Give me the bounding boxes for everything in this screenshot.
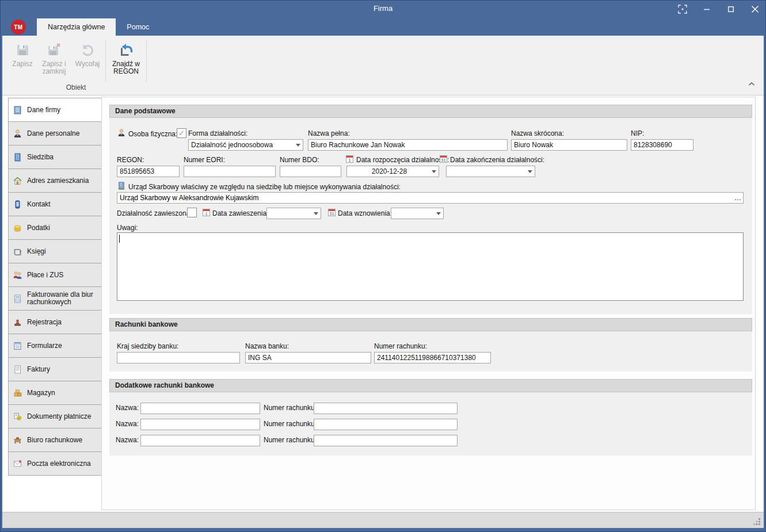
save-button[interactable]: Zapisz <box>8 39 37 83</box>
regon-label: REGON: <box>117 156 144 164</box>
fit-window-icon[interactable] <box>677 4 688 14</box>
nazwa-label: Nazwa: <box>116 436 139 444</box>
firma-window: Firma TM Narzędzia główne Pomoc <box>0 0 766 532</box>
coins-icon <box>13 223 22 233</box>
invoice-icon <box>13 294 22 304</box>
window-title: Firma <box>0 0 766 18</box>
sidebar-item-biuro-rachunkowe[interactable]: Biuro rachunkowe <box>8 428 102 452</box>
sidebar-item-adres-zamieszkania[interactable]: Adres zamieszkania <box>8 169 102 193</box>
kraj-siedziby-banku-label: Kraj siedziby banku: <box>117 342 178 350</box>
numer-eori-label: Numer EORI: <box>184 156 225 164</box>
sidebar-item-poczta-elektroniczna[interactable]: Poczta elektroniczna <box>8 451 102 476</box>
dzialalnosc-zawieszona-checkbox[interactable] <box>187 208 197 217</box>
person-icon <box>117 128 126 137</box>
save-and-close-button[interactable]: Zapisz i zamknij <box>37 39 71 83</box>
urzad-skarbowy-label: Urząd Skarbowy właściwy ze względu na si… <box>128 183 401 191</box>
ribbon-tab-row: TM Narzędzia główne Pomoc <box>0 18 766 36</box>
sidebar-item-rejestracja[interactable]: Rejestracja <box>8 310 102 334</box>
sidebar-item-podatki[interactable]: Podatki <box>8 216 102 240</box>
calendar-month-icon: 31 <box>328 209 336 216</box>
browse-button[interactable]: … <box>734 192 742 204</box>
numer-rachunku-label: Numer rachunku: <box>264 420 317 428</box>
nazwa-banku-input[interactable] <box>245 352 371 363</box>
nazwa-pelna-label: Nazwa pełna: <box>308 129 350 137</box>
regon-input[interactable] <box>117 166 180 177</box>
minimize-icon[interactable] <box>702 4 712 14</box>
find-in-regon-button[interactable]: Znajdź w REGON <box>108 39 144 83</box>
resize-grip[interactable] <box>753 518 761 525</box>
desk-icon <box>13 435 22 445</box>
data-wznowienia-select[interactable] <box>391 208 444 219</box>
home-icon <box>13 176 22 186</box>
kraj-siedziby-banku-input[interactable] <box>117 352 240 363</box>
mail-icon <box>13 459 22 469</box>
data-rozpoczecia-select[interactable]: 2020-12-28 <box>346 166 439 177</box>
nip-input[interactable] <box>631 139 693 151</box>
app-menu-button[interactable]: TM <box>11 20 26 35</box>
company-icon <box>13 105 22 115</box>
nazwa-skrocona-input[interactable] <box>511 139 627 151</box>
dodatkowy-numer-input[interactable] <box>314 403 458 414</box>
sidebar-item-kontakt[interactable]: Kontakt <box>8 192 102 216</box>
data-zawieszenia-select[interactable] <box>266 208 321 219</box>
find-in-regon-label: Znajdź w REGON <box>108 60 144 75</box>
sidebar-item-formularze[interactable]: Formularze <box>8 334 102 358</box>
sidebar-item-ksiegi[interactable]: Księgi <box>8 239 102 263</box>
undo-icon <box>80 41 95 59</box>
close-icon[interactable] <box>750 4 760 14</box>
nazwa-pelna-input[interactable] <box>308 139 508 151</box>
sidebar-item-siedziba[interactable]: Siedziba <box>8 145 102 169</box>
sidebar-item-fakturowanie-dla-biur[interactable]: Fakturowanie dla biur rachunkowych <box>8 286 102 311</box>
calendar-day-icon: 1 <box>346 155 353 163</box>
chevron-down-icon <box>429 166 439 177</box>
data-zawieszenia-label: Data zawieszenia: <box>212 209 268 217</box>
forma-dzialalnosci-select[interactable]: Działalność jednoosobowa <box>188 139 303 151</box>
section-title: Rachunki bankowe <box>109 318 752 331</box>
sidebar-item-place-i-zus[interactable]: Płace i ZUS <box>8 263 102 287</box>
save-close-label: Zapisz i zamknij <box>37 60 71 75</box>
data-wznowienia-label: Data wznowienia: <box>338 209 392 217</box>
save-close-icon <box>47 41 62 59</box>
dodatkowy-numer-input[interactable] <box>314 419 458 430</box>
numer-rachunku-input[interactable] <box>374 352 491 363</box>
ribbon: Zapisz Zapisz i zamknij Wycofaj Znajdź w <box>2 36 764 95</box>
osoba-fizyczna-checkbox[interactable]: ✓ <box>177 128 186 138</box>
main-panel: Dane podstawowe Osoba fizyczna: ✓ Forma … <box>101 97 756 510</box>
nazwa-banku-label: Nazwa banku: <box>245 342 289 350</box>
client-area: Dane firmy Dane personalne Siedziba Adre… <box>2 95 764 512</box>
sidebar: Dane firmy Dane personalne Siedziba Adre… <box>8 98 102 476</box>
maximize-icon[interactable] <box>726 4 736 14</box>
nazwa-skrocona-label: Nazwa skrócona: <box>511 129 564 137</box>
urzad-skarbowy-input[interactable] <box>117 192 744 204</box>
ribbon-separator <box>105 40 106 82</box>
dodatkowy-numer-input[interactable] <box>314 435 458 446</box>
sidebar-item-dane-personalne[interactable]: Dane personalne <box>8 121 102 146</box>
boxes-icon <box>13 388 22 398</box>
sidebar-item-dokumenty-platnicze[interactable]: Dokumenty płatnicze <box>8 404 102 428</box>
uwagi-textarea[interactable] <box>117 232 744 301</box>
numer-rachunku-label: Numer rachunku: <box>264 436 317 444</box>
collapse-ribbon-icon[interactable] <box>746 79 757 89</box>
tab-pomoc[interactable]: Pomoc <box>116 18 160 36</box>
people-icon <box>13 270 22 280</box>
check-icon: ✓ <box>178 129 185 137</box>
numer-eori-input[interactable] <box>184 166 276 177</box>
data-zakonczenia-select[interactable] <box>446 166 535 177</box>
dodatkowy-nazwa-input[interactable] <box>140 419 260 430</box>
tax-office-icon <box>117 181 126 190</box>
titlebar: Firma <box>0 0 766 18</box>
stamp-icon <box>13 317 22 327</box>
regon-search-icon <box>119 41 134 59</box>
sidebar-item-magazyn[interactable]: Magazyn <box>8 381 102 405</box>
sidebar-item-dane-firmy[interactable]: Dane firmy <box>8 98 102 122</box>
section-dodatkowe-rachunki: Dodatkowe rachunki bankowe Nazwa: Numer … <box>109 379 752 456</box>
person-icon <box>13 129 22 139</box>
dodatkowy-nazwa-input[interactable] <box>140 435 260 446</box>
undo-button[interactable]: Wycofaj <box>71 39 104 83</box>
form-icon <box>13 341 22 351</box>
numer-bdo-input[interactable] <box>280 166 341 177</box>
tab-narzedzia-glowne[interactable]: Narzędzia główne <box>37 18 116 36</box>
sidebar-item-faktury[interactable]: Faktury <box>8 357 102 381</box>
dodatkowy-nazwa-input[interactable] <box>140 403 260 414</box>
nazwa-label: Nazwa: <box>116 420 139 428</box>
